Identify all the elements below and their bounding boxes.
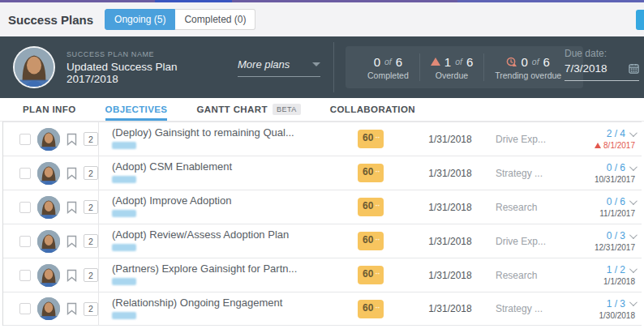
row-checkbox[interactable] — [19, 168, 31, 179]
stat-trending-overdue: 0 of 6 Trending overdue — [484, 55, 572, 80]
score-value: 60 — [363, 269, 373, 280]
ongoing-tab[interactable]: Ongoing (5) — [105, 9, 175, 30]
score-trend-arrows-icon: ↔ — [374, 235, 380, 242]
score-badge[interactable]: 60 ↔ — [358, 198, 384, 216]
score-cell: 60 ↔ — [358, 122, 405, 156]
tab-gantt-chart[interactable]: GANTT CHART BETA — [196, 98, 300, 121]
objective-owner-avatar[interactable] — [37, 196, 60, 219]
bookmark-icon[interactable] — [67, 167, 77, 180]
objective-title-cell[interactable]: (Adopt) Improve Adoption — [99, 190, 358, 224]
stat-trending-count: 0 — [521, 55, 527, 69]
row-controls: 2 — [3, 258, 99, 292]
cta-count-badge[interactable]: 2 — [84, 166, 98, 180]
objectives-table: 2 (Deploy) Gainsight to remaining Qual..… — [2, 122, 642, 326]
score-badge[interactable]: 60 ↔ — [358, 164, 384, 182]
cta-count-badge[interactable]: 2 — [84, 200, 98, 214]
row-checkbox[interactable] — [19, 134, 31, 145]
row-controls: 2 — [3, 190, 99, 224]
bookmark-icon[interactable] — [67, 133, 77, 146]
cta-count-badge[interactable]: 2 — [84, 234, 98, 248]
score-cell: 60 ↔ — [358, 292, 405, 325]
plan-stats-box: 0 of 6 Completed 1 of 6 Overdue — [346, 46, 583, 88]
objective-title-cell[interactable]: (Partners) Explore Gainsight for Partn..… — [99, 258, 358, 292]
new-plan-button-partial[interactable] — [636, 10, 644, 30]
progress-sub-date: 10/31/2017 — [595, 175, 635, 184]
score-trend-arrows-icon: ↔ — [374, 269, 380, 276]
stat-of-label: of — [532, 57, 539, 66]
objective-row[interactable]: 2 (Partners) Explore Gainsight for Partn… — [3, 258, 642, 292]
plan-name-value: Updated Success Plan 2017/2018 — [67, 61, 225, 85]
cta-count-badge[interactable]: 2 — [84, 302, 98, 316]
bookmark-icon[interactable] — [67, 269, 77, 282]
progress-expander[interactable]: 1 / 3 — [607, 298, 635, 310]
objective-title-cell[interactable]: (Adopt) CSM Enablement — [99, 156, 358, 190]
objective-title-cell[interactable]: (Deploy) Gainsight to remaining Qual... — [99, 122, 358, 156]
category-cell: Research — [496, 258, 573, 292]
score-value: 60 — [363, 167, 373, 177]
objective-row[interactable]: 2 (Relationship) Ongoing Engagement 60 ↔… — [3, 292, 642, 326]
objective-owner-avatar[interactable] — [37, 230, 60, 253]
progress-expander[interactable]: 0 / 6 — [607, 196, 635, 207]
progress-expander[interactable]: 0 / 6 — [607, 162, 635, 173]
completed-tab[interactable]: Completed (0) — [175, 9, 255, 30]
tab-plan-info[interactable]: PLAN INFO — [23, 98, 76, 121]
beta-badge: BETA — [273, 104, 301, 115]
progress-count: 1 / 2 — [607, 264, 625, 275]
objective-status-pill — [112, 176, 136, 183]
plan-owner-avatar[interactable] — [13, 46, 55, 88]
objective-owner-avatar[interactable] — [37, 162, 60, 185]
stat-completed-total: 6 — [396, 55, 402, 69]
progress-expander[interactable]: 1 / 2 — [607, 264, 635, 275]
progress-count: 0 / 6 — [607, 162, 625, 173]
due-date-value: 7/3/2018 — [565, 62, 608, 75]
more-plans-dropdown[interactable]: More plans — [238, 58, 320, 77]
objective-row[interactable]: 2 (Deploy) Gainsight to remaining Qual..… — [3, 122, 642, 156]
objective-status-pill — [112, 210, 136, 217]
calendar-icon[interactable] — [629, 63, 639, 74]
bookmark-icon[interactable] — [67, 302, 77, 315]
row-checkbox[interactable] — [19, 236, 31, 247]
bookmark-icon[interactable] — [67, 201, 77, 214]
due-date-field[interactable]: 7/3/2018 — [565, 62, 639, 81]
objective-row[interactable]: 2 (Adopt) Improve Adoption 60 ↔ 1/31/201… — [3, 190, 642, 224]
chevron-down-icon — [629, 129, 638, 137]
objective-title-cell[interactable]: (Relationship) Ongoing Engagement — [99, 292, 358, 325]
objective-owner-avatar[interactable] — [37, 128, 60, 151]
header-divider — [333, 42, 334, 92]
score-badge[interactable]: 60 ↔ — [358, 300, 384, 318]
objective-row[interactable]: 2 (Adopt) Review/Assess Adoption Plan 60… — [3, 224, 642, 258]
warning-triangle-icon — [431, 58, 440, 66]
objective-owner-avatar[interactable] — [37, 264, 60, 287]
progress-expander[interactable]: 0 / 3 — [607, 230, 635, 241]
progress-sub-date: 11/1/2017 — [599, 209, 635, 218]
score-badge[interactable]: 60 ↔ — [358, 266, 384, 284]
status-segmented-control: Ongoing (5) Completed (0) — [105, 9, 255, 30]
objective-owner-avatar[interactable] — [37, 297, 60, 320]
score-badge[interactable]: 60 ↔ — [358, 130, 384, 148]
objective-row[interactable]: 2 (Adopt) CSM Enablement 60 ↔ 1/31/2018 … — [3, 156, 642, 190]
progress-count: 1 / 3 — [607, 298, 625, 310]
objective-title: (Partners) Explore Gainsight for Partn..… — [112, 263, 358, 275]
trending-clock-icon — [506, 57, 517, 67]
objective-title-cell[interactable]: (Adopt) Review/Assess Adoption Plan — [99, 224, 358, 258]
tab-collaboration[interactable]: COLLABORATION — [330, 98, 415, 121]
cta-count-badge[interactable]: 2 — [84, 268, 98, 282]
progress-sub-date: 8/1/2017 — [595, 141, 635, 150]
stat-overdue: 1 of 6 Overdue — [420, 55, 483, 80]
score-value: 60 — [363, 303, 373, 314]
row-checkbox[interactable] — [19, 303, 31, 314]
plan-nav-tabs: PLAN INFO OBJECTIVES GANTT CHART BETA CO… — [0, 98, 644, 122]
score-trend-arrows-icon: ↔ — [374, 201, 380, 208]
bookmark-icon[interactable] — [67, 235, 77, 248]
due-date-cell: 1/31/2018 — [405, 122, 496, 156]
progress-expander[interactable]: 2 / 4 — [607, 128, 635, 139]
stat-completed: 0 of 6 Completed — [357, 55, 419, 80]
chevron-down-icon — [629, 265, 638, 273]
cta-count-badge[interactable]: 2 — [84, 132, 98, 146]
avatar-image — [37, 162, 60, 185]
score-cell: 60 ↔ — [358, 156, 405, 190]
row-checkbox[interactable] — [19, 202, 31, 213]
score-badge[interactable]: 60 ↔ — [358, 232, 384, 250]
row-checkbox[interactable] — [19, 270, 31, 281]
tab-objectives[interactable]: OBJECTIVES — [105, 98, 168, 121]
